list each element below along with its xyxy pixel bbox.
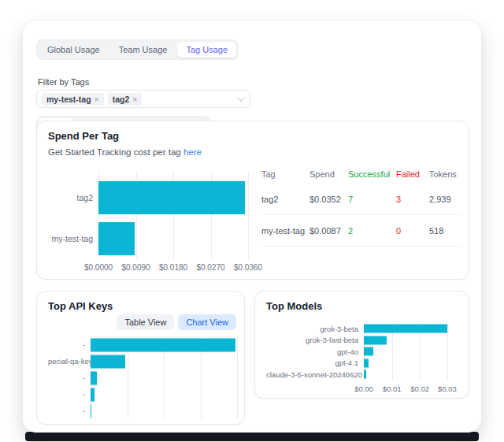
chart-category-label: claude-3-5-sonnet-20240620 [266, 370, 364, 379]
chart-track [91, 336, 237, 353]
view-toggle: Table View Chart View [117, 314, 236, 330]
chart-bar [364, 358, 369, 367]
chart-track [91, 353, 237, 370]
cell-failed: 0 [396, 226, 429, 236]
chart-row: - [48, 403, 237, 419]
card-title: Top Models [266, 300, 322, 312]
remove-tag-icon[interactable]: × [132, 95, 137, 104]
chart-category-label: - [48, 407, 91, 415]
x-tick-label: $0.0090 [121, 263, 150, 272]
chart-bar [98, 181, 245, 214]
chart-track [364, 369, 447, 381]
chart-x-axis: $0.00$0.01$0.02$0.03 [364, 384, 447, 396]
tag-filter-select[interactable]: my-test-tag × tag2 × [36, 90, 250, 108]
chart-x-axis: $0.0000$0.0090$0.0180$0.0270$0.0360 [98, 263, 248, 274]
chart-bar [364, 336, 387, 344]
chart-row: gpt-4.1 [266, 358, 447, 370]
chart-category-label: - [48, 373, 91, 382]
chart-category-label: tag2 [48, 193, 98, 202]
chart-category-label: gpt-4.1 [266, 358, 364, 367]
x-tick-label: $0.0180 [159, 263, 187, 272]
cell-tag: my-test-tag [261, 226, 309, 236]
col-header-successful: Successful [348, 169, 396, 179]
tab-team-usage[interactable]: Team Usage [110, 42, 176, 58]
chart-track [364, 323, 447, 335]
cell-spend: $0.0087 [309, 226, 348, 236]
tag-chip-label: my-test-tag [46, 95, 91, 104]
chart-bar [91, 371, 97, 384]
top-api-keys-chart: -pecial-qa-key--- [48, 336, 237, 419]
tag-chip[interactable]: tag2 × [108, 93, 143, 106]
chart-category-label: pecial-qa-key [48, 357, 91, 366]
chart-category-label: - [48, 340, 91, 349]
chart-row: grok-3-beta [266, 323, 447, 335]
chart-track [91, 370, 237, 386]
cell-tag: tag2 [261, 195, 309, 204]
spend-per-tag-chart: tag2my-test-tag $0.0000$0.0090$0.0180$0.… [48, 172, 248, 274]
chart-bar [364, 370, 366, 379]
chart-bar [91, 355, 125, 368]
col-header-tokens: Tokens [429, 169, 462, 179]
card-subtitle: Get Started Tracking cost per tag here [48, 147, 202, 157]
table-view-button[interactable]: Table View [117, 314, 174, 330]
x-tick-label: $0.0000 [84, 263, 113, 272]
tab-global-usage[interactable]: Global Usage [39, 42, 109, 58]
chart-row: - [48, 336, 237, 353]
subtitle-text: Get Started Tracking cost per tag [48, 147, 181, 157]
remove-tag-icon[interactable]: × [94, 95, 99, 104]
chart-category-label: - [48, 390, 91, 399]
x-tick-label: $0.02 [410, 384, 429, 393]
top-api-keys-card: Top API Keys Table View Chart View -peci… [36, 291, 245, 425]
here-link[interactable]: here [183, 147, 202, 157]
col-header-failed: Failed [396, 169, 429, 179]
col-header-tag: Tag [261, 169, 309, 179]
tag-chip-label: tag2 [113, 95, 130, 104]
col-header-spend: Spend [309, 169, 348, 179]
x-tick-label: $0.01 [383, 384, 402, 393]
chart-bar [364, 347, 373, 356]
chart-bar [98, 222, 135, 255]
chart-row: gpt-4o [266, 346, 447, 358]
card-title: Spend Per Tag [48, 130, 119, 142]
chart-row: claude-3-5-sonnet-20240620 [266, 369, 447, 381]
chart-bar [91, 338, 235, 351]
chart-row: tag2 [48, 177, 248, 218]
x-tick-label: $0.0270 [196, 263, 224, 272]
x-tick-label: $0.03 [438, 384, 457, 393]
chart-track [98, 218, 248, 259]
x-tick-label: $0.00 [354, 384, 373, 393]
chart-category-label: grok-3-fast-beta [266, 336, 364, 344]
chart-row: - [48, 386, 237, 403]
page: Global Usage Team Usage Tag Usage Filter… [0, 0, 504, 442]
chart-category-label: grok-3-beta [266, 325, 364, 333]
gridline [248, 172, 249, 259]
spend-per-tag-card: Spend Per Tag Get Started Tracking cost … [36, 121, 469, 280]
app-window: Global Usage Team Usage Tag Usage Filter… [22, 20, 482, 433]
top-models-card: Top Models grok-3-betagrok-3-fast-betagp… [254, 291, 469, 399]
window-shadow-bar [25, 432, 479, 441]
chart-track [364, 358, 447, 370]
x-tick-label: $0.0360 [234, 263, 262, 272]
table-header-row: Tag Spend Successful Failed Tokens [261, 165, 462, 184]
gridline [237, 336, 238, 419]
chart-track [98, 177, 248, 218]
chart-view-button[interactable]: Chart View [178, 314, 236, 330]
cell-successful: 7 [348, 195, 396, 204]
cell-successful: 2 [348, 226, 396, 236]
chart-category-label: my-test-tag [48, 234, 98, 243]
cell-spend: $0.0352 [309, 195, 348, 204]
tag-chip[interactable]: my-test-tag × [42, 93, 104, 106]
chart-track [91, 386, 237, 403]
chart-row: pecial-qa-key [48, 353, 237, 370]
chart-track [364, 335, 447, 347]
tab-tag-usage[interactable]: Tag Usage [177, 42, 236, 58]
table-row: tag2 $0.0352 7 3 2,939 [261, 184, 462, 215]
cell-tokens: 518 [429, 226, 462, 236]
chart-category-label: gpt-4o [266, 347, 364, 356]
table-row: my-test-tag $0.0087 2 0 518 [261, 215, 462, 247]
cell-tokens: 2,939 [429, 195, 462, 204]
chevron-down-icon[interactable] [237, 94, 245, 102]
chart-track [91, 403, 237, 419]
cell-failed: 3 [396, 195, 429, 204]
filter-by-tags-label: Filter by Tags [38, 77, 89, 87]
